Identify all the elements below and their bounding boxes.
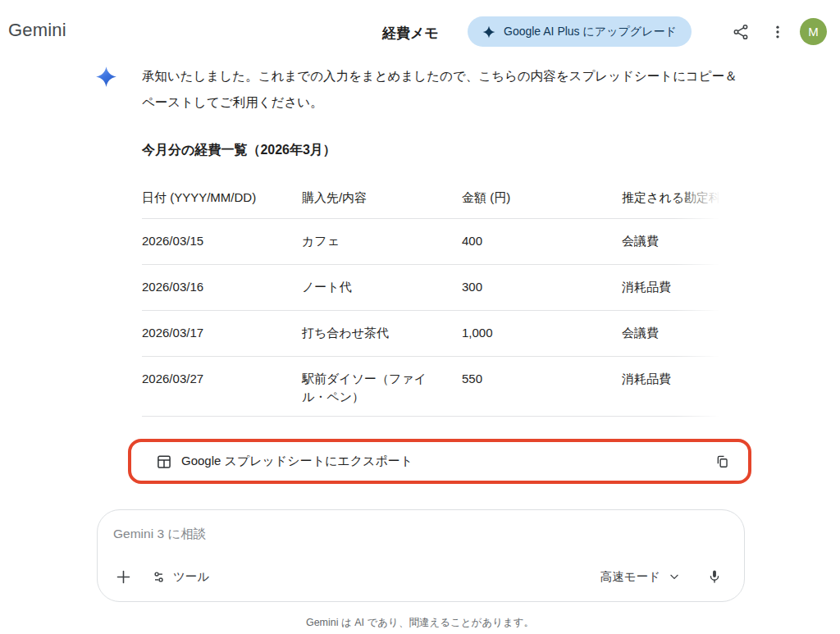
model-response-paragraph: 承知いたしました。これまでの入力をまとめましたので、こちらの内容をスプレッドシー… xyxy=(142,63,746,116)
conversation-title[interactable]: 経費メモ xyxy=(382,24,439,43)
cell-item: 駅前ダイソー（ファイル・ペン） xyxy=(302,370,462,406)
upgrade-button-label: Google AI Plus にアップグレード xyxy=(504,25,677,39)
cell-amount: 300 xyxy=(462,278,622,300)
gemini-app: Gemini 経費メモ Google AI Plus にアップグレード M xyxy=(0,0,840,634)
chat-composer: ツール 高速モード xyxy=(97,509,745,602)
cell-amount: 550 xyxy=(462,370,622,406)
cell-date: 2026/03/27 xyxy=(142,370,302,406)
mode-selector-label: 高速モード xyxy=(600,569,660,585)
copy-icon[interactable] xyxy=(714,454,730,469)
tools-button-label: ツール xyxy=(173,569,209,585)
chevron-down-icon xyxy=(669,571,680,582)
cell-item: 打ち合わせ茶代 xyxy=(302,324,462,346)
cell-item: ノート代 xyxy=(302,278,462,300)
tools-button[interactable]: ツール xyxy=(153,569,209,585)
export-button-label: Google スプレッドシートにエクスポート xyxy=(181,454,413,469)
cell-item: カフェ xyxy=(302,232,462,254)
add-attachment-icon[interactable] xyxy=(113,567,133,586)
composer-toolbar: ツール 高速モード xyxy=(113,565,724,588)
table-row: 2026/03/27 駅前ダイソー（ファイル・ペン） 550 消耗品費 xyxy=(142,357,738,417)
table-row: 2026/03/15 カフェ 400 会議費 xyxy=(142,219,738,265)
top-bar: Gemini 経費メモ Google AI Plus にアップグレード M xyxy=(0,0,840,57)
tune-icon xyxy=(153,570,167,584)
account-avatar[interactable]: M xyxy=(800,18,827,45)
chat-input[interactable] xyxy=(113,520,605,548)
ai-disclaimer: Gemini は AI であり、間違えることがあります。 xyxy=(0,616,840,630)
cell-amount: 1,000 xyxy=(462,324,622,346)
table-row: 2026/03/17 打ち合わせ茶代 1,000 会議費 xyxy=(142,311,738,357)
table-header-row: 日付 (YYYY/MM/DD) 購入先/内容 金額 (円) 推定される勘定科目 xyxy=(142,179,738,219)
col-header-account: 推定される勘定科目 xyxy=(622,189,738,218)
expense-table: 日付 (YYYY/MM/DD) 購入先/内容 金額 (円) 推定される勘定科目 … xyxy=(142,179,738,417)
gemini-logo: Gemini xyxy=(8,20,66,41)
cell-account: 会議費 xyxy=(622,324,738,346)
upgrade-button[interactable]: Google AI Plus にアップグレード xyxy=(468,16,692,47)
model-mode-selector[interactable]: 高速モード xyxy=(600,569,680,585)
spreadsheet-table-icon xyxy=(156,454,172,470)
cell-account: 消耗品費 xyxy=(622,370,738,406)
cell-account: 会議費 xyxy=(622,232,738,254)
col-header-date: 日付 (YYYY/MM/DD) xyxy=(142,189,302,218)
cell-date: 2026/03/16 xyxy=(142,278,302,300)
expense-list-heading: 今月分の経費一覧（2026年3月） xyxy=(142,142,336,159)
annotation-highlight-box: Google スプレッドシートにエクスポート xyxy=(128,439,751,484)
upgrade-sparkle-icon xyxy=(482,25,495,39)
cell-account: 消耗品費 xyxy=(622,278,738,300)
cell-date: 2026/03/17 xyxy=(142,324,302,346)
export-to-sheets-button[interactable]: Google スプレッドシートにエクスポート xyxy=(131,442,748,481)
more-options-icon[interactable] xyxy=(768,22,788,42)
microphone-icon[interactable] xyxy=(705,567,724,586)
cell-date: 2026/03/15 xyxy=(142,232,302,254)
col-header-item: 購入先/内容 xyxy=(302,189,462,218)
col-header-amount: 金額 (円) xyxy=(462,189,622,218)
table-row: 2026/03/16 ノート代 300 消耗品費 xyxy=(142,265,738,311)
gemini-sparkle-icon xyxy=(95,66,117,88)
share-icon[interactable] xyxy=(731,22,751,42)
cell-amount: 400 xyxy=(462,232,622,254)
